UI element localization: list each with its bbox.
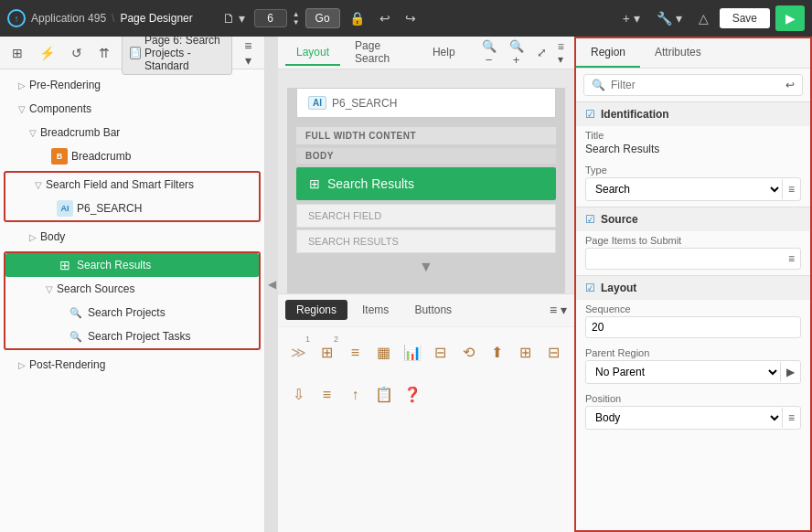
- icon-cell-14[interactable]: ❓: [399, 375, 425, 415]
- redo-button[interactable]: ↪: [400, 7, 422, 29]
- left-divider[interactable]: ◀: [265, 37, 278, 532]
- page-items-menu-button[interactable]: ≡: [788, 252, 795, 265]
- tree-item-search-field[interactable]: ▽ Search Field and Smart Filters: [5, 173, 259, 197]
- icon-cell-8[interactable]: ⊞: [512, 333, 539, 373]
- center-panel: Layout Page Search Help 🔍− 🔍+ ⤢ ≡ ▾ AI P…: [278, 37, 574, 532]
- left-panel-toolbar: ⊞ ⚡ ↺ ⇈ 📄 Page 6: Search Projects - Stan…: [0, 37, 264, 69]
- tree-label: Breadcrumb: [71, 150, 131, 163]
- add-button[interactable]: + ▾: [617, 7, 646, 29]
- filter-arrow-button[interactable]: ↩: [785, 79, 795, 91]
- filter-input[interactable]: [611, 79, 780, 91]
- search-icon: 🔍: [68, 328, 84, 345]
- section-toggle-icon: ☑: [585, 213, 595, 226]
- icon-cell-7[interactable]: ⬆: [484, 333, 510, 373]
- tree-item-search-projects[interactable]: 🔍 Search Projects: [5, 301, 259, 325]
- type-input[interactable]: Search ≡: [585, 177, 801, 201]
- search-field-box: ▽ Search Field and Smart Filters AI P6_S…: [4, 171, 261, 222]
- expand-icon: ▷: [18, 80, 29, 90]
- canvas-menu-button[interactable]: ≡ ▾: [555, 40, 567, 66]
- tree-item-search-sources[interactable]: ▽ Search Sources: [5, 277, 259, 301]
- search-field-placeholder: SEARCH FIELD: [296, 204, 556, 228]
- sequence-input[interactable]: [585, 316, 801, 338]
- parent-region-arrow-button[interactable]: ▶: [780, 362, 800, 382]
- expand-button[interactable]: ⤢: [532, 43, 551, 62]
- save-button[interactable]: Save: [720, 8, 770, 28]
- page-number-stepper[interactable]: ▲ ▼: [291, 9, 302, 28]
- type-menu-button[interactable]: ≡: [782, 179, 800, 199]
- tab-layout[interactable]: Layout: [285, 40, 340, 66]
- icon-cell-11[interactable]: ≡: [314, 375, 340, 415]
- right-panel: Region Attributes 🔍 ↩ ☑ Identification T…: [574, 37, 812, 532]
- component-tree: ▷ Pre-Rendering ▽ Components ▽ Breadcrum…: [0, 69, 264, 532]
- bottom-tab-regions[interactable]: Regions: [285, 300, 347, 320]
- expand-icon: ▽: [29, 128, 40, 138]
- tab-page-search[interactable]: Page Search: [344, 37, 418, 72]
- bottom-tabs-bar: Regions Items Buttons ≡ ▾: [278, 293, 574, 326]
- breadcrumb-icon: B: [51, 148, 68, 165]
- right-tab-attributes[interactable]: Attributes: [640, 38, 716, 68]
- tree-item-breadcrumb-bar[interactable]: ▽ Breadcrumb Bar: [0, 121, 264, 144]
- bottom-icons-area: ≫1 ⊞2 ≡ ▦ 📊 ⊟ ⟲ ⬆ ⊞ ⊟ ⇩ ≡ ↑ 📋 ❓: [278, 326, 574, 533]
- shared-components-button[interactable]: △: [693, 7, 714, 29]
- tree-item-search-results[interactable]: ⊞ Search Results: [5, 253, 259, 277]
- icon-grid: ≫1 ⊞2 ≡ ▦ 📊 ⊟ ⟲ ⬆ ⊞ ⊟ ⇩ ≡ ↑ 📋 ❓: [278, 327, 574, 420]
- position-input[interactable]: Body ≡: [585, 406, 801, 430]
- icon-cell-1[interactable]: ⊞2: [314, 333, 340, 373]
- layout-section-header[interactable]: ☑ Layout: [576, 276, 810, 300]
- identification-section: ☑ Identification Title Search Results Ty…: [576, 101, 810, 207]
- toolbar-center: 🗋 ▾ ▲ ▼ Go 🔒 ↩ ↪: [217, 7, 422, 29]
- tools-button[interactable]: 🔧 ▾: [651, 7, 688, 29]
- right-tab-region[interactable]: Region: [576, 38, 640, 68]
- icon-cell-5[interactable]: ⊟: [427, 333, 454, 373]
- icon-cell-2[interactable]: ≡: [342, 333, 369, 373]
- lightning-button[interactable]: ⚡: [35, 43, 59, 63]
- icon-cell-10[interactable]: ⇩: [285, 375, 312, 415]
- source-section-header[interactable]: ☑ Source: [576, 207, 810, 231]
- identification-section-header[interactable]: ☑ Identification: [576, 102, 810, 126]
- bottom-tab-buttons[interactable]: Buttons: [403, 300, 463, 320]
- go-button[interactable]: Go: [305, 8, 340, 28]
- icon-cell-3[interactable]: ▦: [370, 333, 397, 373]
- type-select[interactable]: Search: [586, 178, 782, 200]
- page-number-input[interactable]: [254, 9, 287, 27]
- lock-button[interactable]: 🔒: [344, 7, 370, 29]
- bottom-tab-menu-button[interactable]: ≡ ▾: [550, 303, 567, 317]
- position-select[interactable]: Body: [586, 407, 782, 429]
- icon-cell-12[interactable]: ↑: [342, 375, 369, 415]
- bottom-tab-items[interactable]: Items: [351, 300, 400, 320]
- icon-cell-6[interactable]: ⟲: [455, 333, 482, 373]
- tab-help[interactable]: Help: [422, 40, 466, 66]
- position-menu-button[interactable]: ≡: [782, 408, 800, 428]
- tree-item-breadcrumb[interactable]: B Breadcrumb: [0, 144, 264, 168]
- parent-region-input[interactable]: No Parent ▶: [585, 360, 801, 384]
- parent-region-select[interactable]: No Parent: [586, 361, 780, 383]
- full-width-label: FULL WIDTH CONTENT: [296, 127, 556, 144]
- separator: \: [112, 12, 114, 25]
- ai-icon: AI: [57, 200, 73, 217]
- page-items-textarea[interactable]: ≡: [585, 248, 801, 270]
- tree-item-p6-search[interactable]: AI P6_SEARCH: [5, 197, 259, 220]
- tree-item-pre-rendering[interactable]: ▷ Pre-Rendering: [0, 73, 264, 97]
- tree-item-post-rendering[interactable]: ▷ Post-Rendering: [0, 353, 264, 377]
- type-label: Type: [585, 165, 801, 176]
- tree-item-search-project-tasks[interactable]: 🔍 Search Project Tasks: [5, 325, 259, 348]
- icon-cell-13[interactable]: 📋: [370, 375, 397, 415]
- zoom-in-button[interactable]: 🔍+: [505, 37, 529, 69]
- tree-menu-button[interactable]: ≡ ▾: [240, 37, 257, 70]
- search-results-box: ⊞ Search Results ▽ Search Sources 🔍 Sear…: [4, 251, 261, 350]
- grid-view-button[interactable]: ⊞: [7, 43, 27, 63]
- tree-item-components[interactable]: ▽ Components: [0, 97, 264, 121]
- type-field: Type Search ≡: [576, 161, 810, 207]
- run-button[interactable]: ▶: [775, 5, 805, 31]
- refresh-button[interactable]: ↺: [67, 43, 87, 63]
- tree-item-body[interactable]: ▷ Body: [0, 225, 264, 249]
- new-page-button[interactable]: 🗋 ▾: [217, 7, 251, 29]
- icon-cell-9[interactable]: ⊟: [540, 333, 567, 373]
- zoom-out-button[interactable]: 🔍−: [477, 37, 501, 69]
- shared-button[interactable]: ⇈: [94, 43, 114, 63]
- left-panel: ⊞ ⚡ ↺ ⇈ 📄 Page 6: Search Projects - Stan…: [0, 37, 265, 532]
- icon-cell-0[interactable]: ≫1: [285, 333, 312, 373]
- undo-button[interactable]: ↩: [374, 7, 396, 29]
- search-results-canvas-block[interactable]: ⊞ Search Results: [296, 167, 556, 200]
- icon-cell-4[interactable]: 📊: [399, 333, 425, 373]
